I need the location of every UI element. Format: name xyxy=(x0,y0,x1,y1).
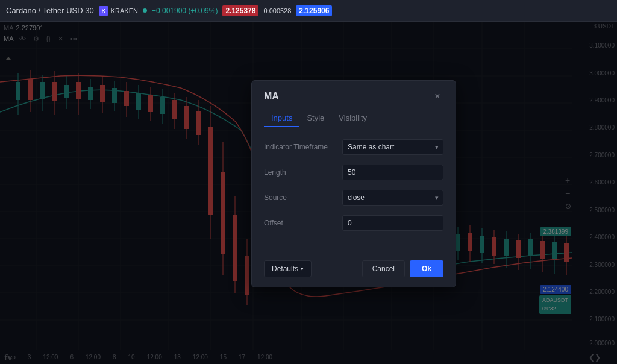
price-red-box: 2.125378 xyxy=(222,5,258,16)
k-logo: K xyxy=(99,6,108,16)
modal-overlay: MA × Inputs Style Visibility Indicator T… xyxy=(0,22,617,364)
timeframe-select-wrapper: Same as chart 1515 3060DW xyxy=(342,139,443,155)
timeframe-select[interactable]: Same as chart 1515 3060DW xyxy=(342,139,443,155)
timeframe-select-container[interactable]: Same as chart 1515 3060DW xyxy=(342,139,443,155)
cancel-button[interactable]: Cancel xyxy=(362,260,405,277)
source-select-wrapper: closeopenhigh lowhl2hlc3ohlc4 xyxy=(342,190,443,206)
tab-visibility[interactable]: Visibility xyxy=(331,110,374,127)
timeframe-label: Indicator Timeframe xyxy=(264,143,336,151)
modal-body: Indicator Timeframe Same as chart 1515 3… xyxy=(252,127,456,253)
chart-area: MA 👁 ⚙ {} ✕ ••• MA 2.227901 3 USDT 3.100… xyxy=(0,22,617,364)
modal-title: MA xyxy=(264,91,279,102)
source-select[interactable]: closeopenhigh lowhl2hlc3ohlc4 xyxy=(342,190,443,206)
offset-input-wrapper xyxy=(342,215,443,231)
source-label: Source xyxy=(264,193,336,202)
defaults-button[interactable]: Defaults ▾ xyxy=(264,260,312,277)
exchange-label: KRAKEN xyxy=(111,7,138,14)
ok-button[interactable]: Ok xyxy=(410,260,443,277)
footer-actions: Cancel Ok xyxy=(362,260,443,277)
modal-tabs: Inputs Style Visibility xyxy=(252,102,456,127)
source-row: Source closeopenhigh lowhl2hlc3ohlc4 xyxy=(264,190,443,206)
defaults-label: Defaults xyxy=(272,265,298,273)
length-row: Length xyxy=(264,165,443,180)
offset-row: Offset xyxy=(264,215,443,231)
tab-style[interactable]: Style xyxy=(299,110,331,127)
price-change: +0.001900 (+0.09%) xyxy=(152,7,218,15)
source-select-container[interactable]: closeopenhigh lowhl2hlc3ohlc4 xyxy=(342,190,443,206)
exchange-badge: K KRAKEN xyxy=(99,6,138,16)
length-label: Length xyxy=(264,168,336,177)
offset-label: Offset xyxy=(264,219,336,227)
offset-input[interactable] xyxy=(342,215,443,231)
price-blue-box: 2.125906 xyxy=(296,5,332,16)
defaults-chevron-icon: ▾ xyxy=(301,266,304,272)
length-input[interactable] xyxy=(342,165,443,180)
symbol-name: Cardano / Tether USD 30 xyxy=(6,6,94,15)
modal-close-button[interactable]: × xyxy=(431,90,443,102)
modal-dialog: MA × Inputs Style Visibility Indicator T… xyxy=(251,80,456,287)
length-input-wrapper xyxy=(342,165,443,180)
timeframe-row: Indicator Timeframe Same as chart 1515 3… xyxy=(264,139,443,155)
topbar: Cardano / Tether USD 30 K KRAKEN +0.0019… xyxy=(0,0,617,22)
price-small: 0.000528 xyxy=(263,7,291,14)
modal-header: MA × xyxy=(252,81,456,102)
modal-footer: Defaults ▾ Cancel Ok xyxy=(252,253,456,287)
green-dot xyxy=(143,8,147,13)
tab-inputs[interactable]: Inputs xyxy=(264,110,299,127)
